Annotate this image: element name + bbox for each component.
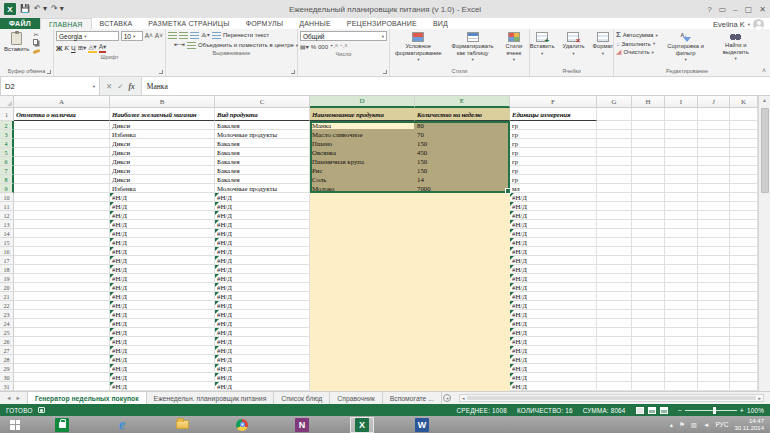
cell-B2[interactable]: Дикси	[110, 121, 215, 130]
font-dialog-launcher-icon[interactable]	[159, 70, 163, 74]
cell-F13[interactable]: #Н/Д	[510, 220, 597, 229]
cell-D8[interactable]: Соль	[310, 175, 415, 184]
cell-H24[interactable]	[632, 319, 665, 328]
cell-D29[interactable]	[310, 364, 415, 373]
row-header-12[interactable]: 12	[0, 211, 14, 220]
cell-A7[interactable]	[14, 166, 110, 175]
cell-J2[interactable]	[698, 121, 730, 130]
cell-H28[interactable]	[632, 355, 665, 364]
language-indicator[interactable]: РУС	[715, 421, 728, 428]
cell-F31[interactable]: #Н/Д	[510, 382, 597, 391]
collapse-ribbon-icon[interactable]: ˄	[762, 67, 766, 74]
cell-C23[interactable]: #Н/Д	[215, 310, 310, 319]
row-header-25[interactable]: 25	[0, 328, 14, 337]
cell-D31[interactable]	[310, 382, 415, 391]
tab-formulas[interactable]: ФОРМУЛЫ	[238, 18, 292, 29]
format-as-table-button[interactable]: Форматировать как таблицу▾	[447, 31, 499, 65]
row-header-27[interactable]: 27	[0, 346, 14, 355]
cell-K11[interactable]	[730, 202, 758, 211]
tab-review[interactable]: РЕЦЕНЗИРОВАНИЕ	[339, 18, 425, 29]
cell-A22[interactable]	[14, 301, 110, 310]
cell-K12[interactable]	[730, 211, 758, 220]
cell-B19[interactable]: #Н/Д	[110, 274, 215, 283]
cell-H13[interactable]	[632, 220, 665, 229]
cell-J5[interactable]	[698, 148, 730, 157]
help-icon[interactable]: ?	[707, 5, 711, 14]
cell-I24[interactable]	[665, 319, 698, 328]
cell-C10[interactable]: #Н/Д	[215, 193, 310, 202]
cell-K17[interactable]	[730, 256, 758, 265]
cell-G3[interactable]	[597, 130, 632, 139]
cell-C28[interactable]: #Н/Д	[215, 355, 310, 364]
cell-J19[interactable]	[698, 274, 730, 283]
zoom-in-icon[interactable]: +	[740, 407, 744, 414]
cell-C27[interactable]: #Н/Д	[215, 346, 310, 355]
sheet-tab-5[interactable]: Вспомогате ...	[383, 392, 442, 404]
clipboard-dialog-launcher-icon[interactable]	[47, 70, 51, 74]
tab-insert[interactable]: ВСТАВКА	[92, 18, 141, 29]
cell-D23[interactable]	[310, 310, 415, 319]
cell-E8[interactable]: 14	[415, 175, 510, 184]
cell-F21[interactable]: #Н/Д	[510, 292, 597, 301]
cell-B8[interactable]: Дикси	[110, 175, 215, 184]
cell-D12[interactable]	[310, 211, 415, 220]
cell-F22[interactable]: #Н/Д	[510, 301, 597, 310]
cell-A13[interactable]	[14, 220, 110, 229]
tab-home[interactable]: ГЛАВНАЯ	[40, 18, 92, 29]
row-header-6[interactable]: 6	[0, 157, 14, 166]
cell-B15[interactable]: #Н/Д	[110, 238, 215, 247]
start-button[interactable]	[2, 416, 28, 433]
cell-C16[interactable]: #Н/Д	[215, 247, 310, 256]
cell-G10[interactable]	[597, 193, 632, 202]
sheet-tab-3[interactable]: Список блюд	[274, 392, 330, 404]
cell-A27[interactable]	[14, 346, 110, 355]
number-dialog-launcher-icon[interactable]	[383, 70, 387, 74]
cell-J3[interactable]	[698, 130, 730, 139]
cell-B11[interactable]: #Н/Д	[110, 202, 215, 211]
column-header-D[interactable]: D	[310, 96, 415, 108]
cell-J10[interactable]	[698, 193, 730, 202]
cut-button[interactable]: ✂	[33, 31, 40, 38]
cell-H14[interactable]	[632, 229, 665, 238]
row-header-11[interactable]: 11	[0, 202, 14, 211]
cell-I17[interactable]	[665, 256, 698, 265]
cell-H1[interactable]	[632, 108, 665, 121]
cell-A5[interactable]	[14, 148, 110, 157]
cell-H22[interactable]	[632, 301, 665, 310]
cell-E15[interactable]	[415, 238, 510, 247]
cell-E11[interactable]	[415, 202, 510, 211]
cell-I6[interactable]	[665, 157, 698, 166]
align-top-icon[interactable]	[168, 32, 177, 39]
cell-D22[interactable]	[310, 301, 415, 310]
cell-A6[interactable]	[14, 157, 110, 166]
cell-H4[interactable]	[632, 139, 665, 148]
cell-H29[interactable]	[632, 364, 665, 373]
cell-styles-button[interactable]: Стили ячеек▾	[501, 31, 527, 65]
cell-D3[interactable]: Масло сливочное	[310, 130, 415, 139]
cell-J18[interactable]	[698, 265, 730, 274]
undo-icon[interactable]: ↶ ▾	[34, 4, 47, 14]
cell-J27[interactable]	[698, 346, 730, 355]
cell-F7[interactable]: гр	[510, 166, 597, 175]
row-header-22[interactable]: 22	[0, 301, 14, 310]
cell-F26[interactable]: #Н/Д	[510, 337, 597, 346]
cell-E1[interactable]: Количество на неделю	[415, 108, 510, 121]
cell-H12[interactable]	[632, 211, 665, 220]
cell-I31[interactable]	[665, 382, 698, 391]
cell-F20[interactable]: #Н/Д	[510, 283, 597, 292]
cell-I8[interactable]	[665, 175, 698, 184]
cell-I29[interactable]	[665, 364, 698, 373]
action-center-icon[interactable]: ⚑	[679, 421, 685, 428]
cell-G13[interactable]	[597, 220, 632, 229]
cell-G19[interactable]	[597, 274, 632, 283]
row-header-20[interactable]: 20	[0, 283, 14, 292]
cell-C18[interactable]: #Н/Д	[215, 265, 310, 274]
cell-I21[interactable]	[665, 292, 698, 301]
vertical-scrollbar-thumb[interactable]	[761, 108, 769, 193]
cell-C30[interactable]: #Н/Д	[215, 373, 310, 382]
cell-C29[interactable]: #Н/Д	[215, 364, 310, 373]
cell-K31[interactable]	[730, 382, 758, 391]
confirm-entry-icon[interactable]: ✓	[117, 82, 123, 91]
cell-A20[interactable]	[14, 283, 110, 292]
cell-D9[interactable]: Молоко	[310, 184, 415, 193]
